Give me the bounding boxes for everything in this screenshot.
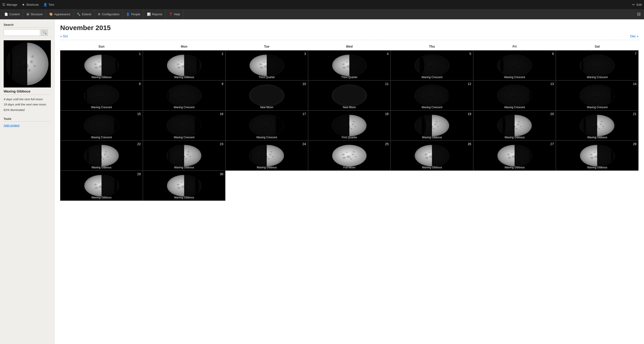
nav-configuration[interactable]: ⚙ Configuration [94, 9, 123, 19]
calendar-day[interactable]: 2Waning Gibbous [143, 50, 226, 80]
calendar-day[interactable]: 8Waning Crescent [60, 80, 143, 110]
calendar-day[interactable]: 19Waxing Gibbous [390, 110, 473, 140]
calendar-day[interactable]: 30Waning Gibbous [143, 171, 226, 201]
calendar-day[interactable]: 11New Moon [308, 80, 391, 110]
day-number: 17 [302, 112, 306, 116]
edit-button[interactable]: ✏ Edit [632, 3, 642, 6]
nav-help[interactable]: ❓ Help [166, 9, 184, 19]
calendar-day[interactable]: 24Waxing Gibbous [226, 140, 308, 171]
nav-extend[interactable]: 🔧 Extend [74, 9, 94, 19]
star-icon: ★ [22, 3, 25, 6]
search-button[interactable]: 🔍 [41, 30, 48, 36]
phase-label: Waxing Gibbous [143, 166, 226, 169]
top-bar-left: ☰ Manage ★ Shortcuts 👤 Tom [2, 3, 54, 6]
day-number: 25 [385, 142, 389, 146]
phase-label: Waxing Crescent [60, 136, 143, 139]
calendar-day[interactable]: 17Waxing Crescent [226, 110, 308, 140]
calendar-day[interactable]: 6Waning Crescent [473, 50, 556, 80]
nav-people[interactable]: 👤 People [123, 9, 144, 19]
calendar-day[interactable]: 26Waning Gibbous [390, 140, 473, 171]
calendar-day[interactable]: 5Waning Crescent [390, 50, 473, 80]
nav-people-label: People [131, 12, 140, 16]
day-number: 26 [468, 142, 471, 146]
calendar-day[interactable]: 13Waxing Crescent [473, 80, 556, 110]
calendar-day[interactable]: 1Waning Gibbous [60, 50, 143, 80]
day-number: 6 [552, 52, 554, 56]
calendar-day[interactable]: 9Waning Crescent [143, 80, 226, 110]
day-number: 1 [139, 52, 141, 56]
calendar-title: November 2015 [60, 24, 638, 32]
day-number: 22 [137, 142, 141, 146]
day-number: 20 [550, 112, 554, 116]
calendar-day[interactable]: 27Waning Gibbous [473, 140, 556, 171]
nav-content[interactable]: 📄 Content [1, 9, 23, 19]
reports-icon: 📊 [147, 12, 151, 16]
days-new: 19 days until the next new moon [4, 102, 51, 107]
phase-label: Full Moon [308, 166, 390, 169]
prev-month-link[interactable]: « Oct [60, 34, 68, 38]
nav-bar: 📄 Content 🏛 Structure 🎨 Appearance 🔧 Ext… [0, 9, 644, 19]
phase-label: Waning Gibbous [60, 196, 143, 199]
calendar-day[interactable]: 7Waning Crescent [556, 50, 638, 80]
calendar-header: SunMonTueWedThuFriSat [60, 43, 638, 50]
calendar-day[interactable]: 15Waxing Crescent [60, 110, 143, 140]
calendar-day[interactable]: 14Waxing Crescent [556, 80, 638, 110]
nav-appearance-label: Appearance [54, 12, 70, 16]
day-header: Sat [556, 43, 638, 50]
calendar-day[interactable]: 29Waning Gibbous [60, 171, 143, 201]
nav-content-label: Content [9, 12, 20, 16]
calendar-day[interactable]: 20Waxing Gibbous [473, 110, 556, 140]
appearance-icon: 🎨 [49, 12, 53, 16]
day-number: 2 [222, 52, 223, 56]
user-icon: 👤 [43, 3, 47, 6]
phase-label: Waxing Gibbous [60, 166, 143, 169]
calendar-day[interactable]: 23Waxing Gibbous [143, 140, 226, 171]
day-number: 7 [635, 52, 636, 56]
nav-help-label: Help [174, 12, 180, 16]
phase-label: Waning Gibbous [556, 166, 638, 169]
help-icon: ❓ [169, 12, 172, 16]
search-box: 🔍 [4, 30, 51, 36]
calendar-day[interactable]: 3Third Quarter [226, 50, 308, 80]
phase-label: Waxing Crescent [474, 106, 556, 109]
moon-sidebar-image [4, 40, 51, 88]
day-number: 24 [302, 142, 306, 146]
phase-label: Waxing Gibbous [391, 136, 473, 139]
calendar-day[interactable]: 22Waxing Gibbous [60, 140, 143, 171]
phase-label: New Moon [308, 106, 390, 109]
edit-label: Edit [637, 3, 642, 6]
search-heading: Search [4, 23, 51, 28]
next-month-link[interactable]: Dec » [630, 34, 638, 38]
day-number: 3 [304, 52, 306, 56]
user-menu[interactable]: 👤 Tom [43, 3, 54, 6]
day-header: Wed [308, 43, 391, 50]
shortcuts-menu[interactable]: ★ Shortcuts [22, 3, 39, 6]
nav-appearance[interactable]: 🎨 Appearance [46, 9, 74, 19]
phase-label: Waning Gibbous [474, 166, 556, 169]
calendar-day[interactable]: 28Waning Gibbous [556, 140, 638, 171]
nav-reports[interactable]: 📊 Reports [144, 9, 166, 19]
day-number: 9 [222, 82, 223, 86]
phase-label: First Quarter [308, 136, 390, 139]
calendar-day[interactable]: 16Waxing Crescent [143, 110, 226, 140]
day-number: 23 [220, 142, 224, 146]
search-input[interactable] [4, 30, 40, 36]
structure-icon: 🏛 [26, 12, 30, 16]
add-content-link[interactable]: Add content [4, 124, 19, 127]
calendar-day[interactable]: 10New Moon [226, 80, 308, 110]
hamburger-icon: ☰ [2, 3, 5, 6]
calendar-day[interactable]: 25Full Moon [308, 140, 391, 171]
calendar-day[interactable]: 18First Quarter [308, 110, 391, 140]
phase-label: Waning Gibbous [391, 166, 473, 169]
shortcuts-label: Shortcuts [26, 3, 39, 6]
nav-structure[interactable]: 🏛 Structure [23, 9, 46, 19]
sidebar: Search 🔍 Waxing Gibbous 4 days until the… [0, 19, 55, 344]
nav-collapse[interactable]: ⊟ [635, 12, 643, 17]
calendar-day[interactable]: 21Waxing Gibbous [556, 110, 638, 140]
calendar-day[interactable]: 12Waxing Crescent [390, 80, 473, 110]
day-header: Sun [60, 43, 143, 50]
manage-menu[interactable]: ☰ Manage [2, 3, 17, 6]
day-number: 19 [468, 112, 471, 116]
nav-structure-label: Structure [31, 12, 43, 16]
calendar-day[interactable]: 4Third Quarter [308, 50, 391, 80]
